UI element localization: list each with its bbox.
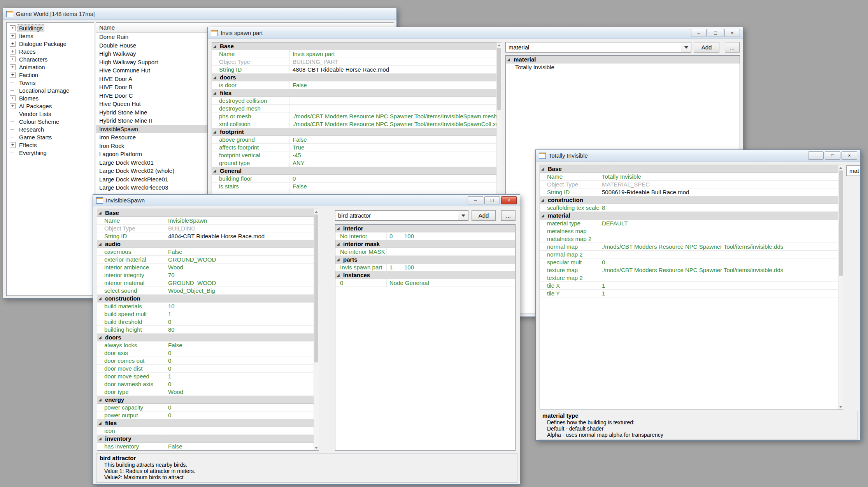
- scroll-down-icon[interactable]: [314, 445, 319, 450]
- expand-plus-icon[interactable]: +: [10, 49, 16, 55]
- property-row[interactable]: specular mult0: [540, 258, 843, 266]
- property-row[interactable]: door typeWood: [97, 388, 318, 396]
- game-world-titlebar[interactable]: Game World [148 items 17ms]: [3, 8, 396, 20]
- expand-plus-icon[interactable]: +: [10, 41, 16, 47]
- section-header[interactable]: ◢General: [212, 167, 501, 175]
- tree-item[interactable]: +Faction: [7, 71, 94, 79]
- invisiblespawn-titlebar[interactable]: InvisibleSpawn – □ ×: [93, 195, 520, 206]
- property-row[interactable]: always locksFalse: [97, 341, 318, 349]
- dropdown-arrow-icon[interactable]: [681, 42, 691, 52]
- section-header[interactable]: ◢files: [97, 419, 318, 427]
- section-header[interactable]: ◢doors: [97, 334, 318, 341]
- ellipsis-button[interactable]: ...: [501, 210, 516, 221]
- property-row[interactable]: destroyed mesh: [212, 105, 501, 113]
- property-row[interactable]: Object TypeBUILDING_PART: [212, 58, 501, 66]
- property-row[interactable]: material typeDEFAULT: [540, 220, 843, 227]
- property-row[interactable]: power capacity0: [97, 404, 318, 411]
- tree-item[interactable]: +Characters: [7, 55, 94, 63]
- minimize-button[interactable]: –: [808, 151, 824, 160]
- tree-item[interactable]: Vendor Lists: [7, 110, 94, 118]
- property-row[interactable]: select soundWood_Object_Big: [97, 287, 318, 295]
- tree-item[interactable]: Towns: [7, 79, 94, 86]
- property-row[interactable]: No Interior0100: [335, 232, 515, 240]
- property-row[interactable]: scaffolding tex scale8: [540, 204, 843, 212]
- property-row[interactable]: exterior materialGROUND_WOOD: [97, 256, 318, 264]
- vertical-scrollbar[interactable]: [314, 209, 319, 450]
- property-row[interactable]: building floor0: [212, 175, 501, 183]
- tree-item[interactable]: Research: [7, 125, 94, 133]
- section-header[interactable]: ◢construction: [97, 295, 318, 302]
- property-row[interactable]: ground typeANY: [212, 159, 501, 167]
- property-row[interactable]: Object TypeMATERIAL_SPEC: [540, 181, 843, 188]
- grid-item-row[interactable]: Totally Invisible: [506, 63, 740, 71]
- property-row[interactable]: NameTotally Invisible: [540, 173, 843, 181]
- minimize-button[interactable]: –: [691, 29, 707, 37]
- section-header[interactable]: ◢parts: [335, 256, 515, 264]
- property-row[interactable]: String ID4808-CBT Rideable Horse Race.mo…: [212, 66, 501, 74]
- expand-plus-icon[interactable]: +: [10, 25, 16, 31]
- section-header[interactable]: ◢interior: [335, 225, 515, 232]
- expand-plus-icon[interactable]: +: [10, 103, 16, 109]
- section-header[interactable]: ◢energy: [97, 396, 318, 404]
- property-row[interactable]: interior materialGROUND_WOOD: [97, 279, 318, 287]
- tree-item[interactable]: +Effects: [7, 141, 94, 149]
- expand-plus-icon[interactable]: +: [10, 64, 16, 70]
- tree-item[interactable]: +Animation: [7, 63, 94, 71]
- section-header[interactable]: ◢material: [540, 212, 843, 220]
- tree-item[interactable]: +Items: [7, 32, 94, 40]
- scroll-up-icon[interactable]: [314, 209, 319, 214]
- property-row[interactable]: cavernousFalse: [97, 248, 318, 256]
- section-header[interactable]: ◢Base: [97, 209, 318, 217]
- property-row[interactable]: String ID4804-CBT Rideable Horse Race.mo…: [97, 232, 318, 240]
- tree-item[interactable]: Locational Damage: [7, 86, 94, 94]
- minimize-button[interactable]: –: [468, 196, 483, 204]
- close-button[interactable]: ×: [724, 29, 740, 37]
- property-row[interactable]: tile Y1: [540, 290, 843, 297]
- tree-item[interactable]: Everything: [7, 149, 94, 156]
- property-row[interactable]: Object TypeBUILDING: [97, 225, 318, 232]
- property-row[interactable]: door navmesh axis0: [97, 380, 318, 388]
- expand-plus-icon[interactable]: +: [10, 142, 16, 148]
- property-row[interactable]: interior integrity70: [97, 271, 318, 279]
- property-row[interactable]: build threshold0: [97, 318, 318, 326]
- expand-plus-icon[interactable]: +: [10, 56, 16, 62]
- property-row[interactable]: normal map 2: [540, 251, 843, 258]
- property-row[interactable]: building height80: [97, 326, 318, 334]
- property-row[interactable]: interior ambienceWood: [97, 264, 318, 271]
- property-row[interactable]: power output0: [97, 411, 318, 419]
- section-header[interactable]: ◢Base: [540, 165, 843, 173]
- scrollbar-thumb[interactable]: [839, 171, 843, 276]
- tree-item[interactable]: +AI Packages: [7, 102, 94, 110]
- maximize-button[interactable]: □: [708, 29, 723, 37]
- section-header[interactable]: ◢Instances: [335, 271, 515, 279]
- property-row[interactable]: texture map 2: [540, 274, 843, 282]
- property-row[interactable]: metalness map: [540, 227, 843, 235]
- section-header[interactable]: ◢material: [506, 56, 740, 63]
- property-row[interactable]: normal map./mods/CBT Modders Resource NP…: [540, 243, 843, 251]
- property-row[interactable]: NameInvis spawn part: [212, 50, 501, 58]
- scroll-up-icon[interactable]: [838, 165, 843, 171]
- bird-attractor-combobox[interactable]: bird attractor: [335, 210, 468, 221]
- property-row[interactable]: Invis spawn part1100: [335, 264, 515, 271]
- tree-item[interactable]: +Dialogue Package: [7, 40, 94, 47]
- add-button[interactable]: Add: [472, 210, 496, 221]
- property-row[interactable]: door axis0: [97, 349, 318, 357]
- property-row[interactable]: affects footprintTrue: [212, 144, 501, 151]
- property-row[interactable]: door comes out0: [97, 357, 318, 365]
- expand-plus-icon[interactable]: +: [10, 72, 16, 78]
- tree-item[interactable]: +Biomes: [7, 94, 94, 102]
- property-row[interactable]: 0Node Generaal: [335, 279, 515, 287]
- property-row[interactable]: texture map./mods/CBT Modders Resource N…: [540, 266, 843, 274]
- property-row[interactable]: is stairsFalse: [212, 183, 501, 190]
- maximize-button[interactable]: □: [484, 196, 500, 204]
- scroll-down-icon[interactable]: [838, 404, 843, 410]
- property-row[interactable]: door move dist0: [97, 365, 318, 373]
- scrollbar-thumb[interactable]: [497, 48, 501, 110]
- add-button[interactable]: Add: [694, 42, 719, 53]
- tree-item[interactable]: +Buildings: [7, 24, 94, 32]
- ellipsis-button[interactable]: ...: [725, 42, 740, 53]
- material-combobox[interactable]: material: [505, 42, 691, 53]
- vertical-scrollbar[interactable]: [838, 165, 843, 410]
- property-row[interactable]: tile X1: [540, 282, 843, 290]
- property-row[interactable]: NameInvisibleSpawn: [97, 217, 318, 225]
